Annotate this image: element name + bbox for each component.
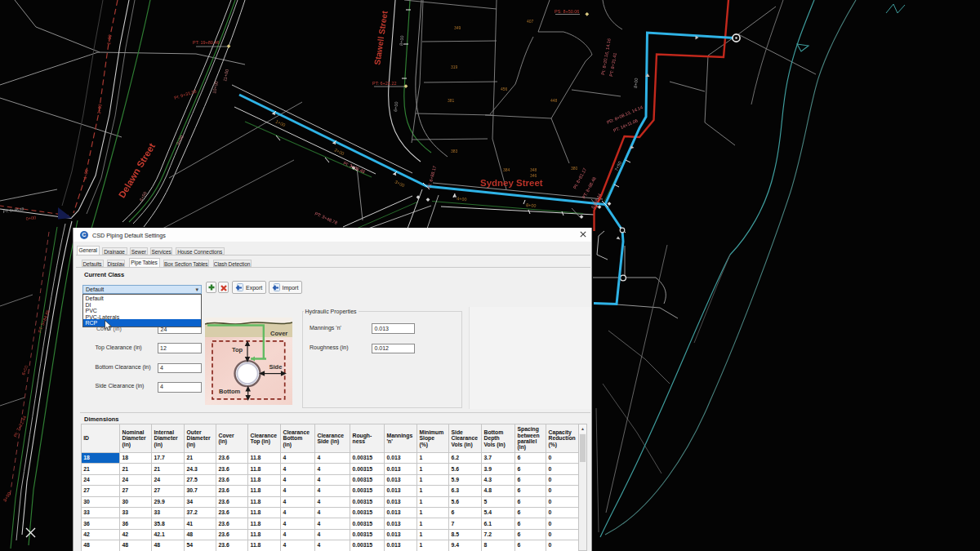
svg-text:384: 384	[503, 167, 510, 172]
svg-text:PT: 6+21.22: PT: 6+21.22	[372, 81, 397, 86]
svg-text:348: 348	[530, 167, 537, 172]
svg-text:8+00: 8+00	[633, 78, 639, 88]
svg-text:PT: 19+80.46: PT: 19+80.46	[193, 40, 220, 45]
svg-text:448: 448	[550, 98, 558, 103]
svg-text:349: 349	[454, 25, 461, 30]
svg-text:8+00: 8+00	[526, 202, 537, 208]
svg-text:381: 381	[448, 98, 455, 103]
svg-text:456: 456	[501, 87, 508, 91]
svg-text:Cover: Cover	[270, 330, 287, 337]
svg-text:Top: Top	[232, 346, 243, 353]
svg-text:319: 319	[451, 64, 458, 69]
svg-text:346: 346	[530, 173, 537, 178]
svg-text:380: 380	[571, 166, 578, 171]
svg-text:PS: 8+50.06: PS: 8+50.06	[555, 9, 579, 14]
svg-text:Sydney Street: Sydney Street	[480, 178, 543, 188]
svg-text:383: 383	[451, 149, 458, 153]
svg-text:407: 407	[527, 19, 534, 24]
svg-text:Bottom: Bottom	[219, 388, 241, 395]
svg-text:Side: Side	[270, 363, 283, 371]
